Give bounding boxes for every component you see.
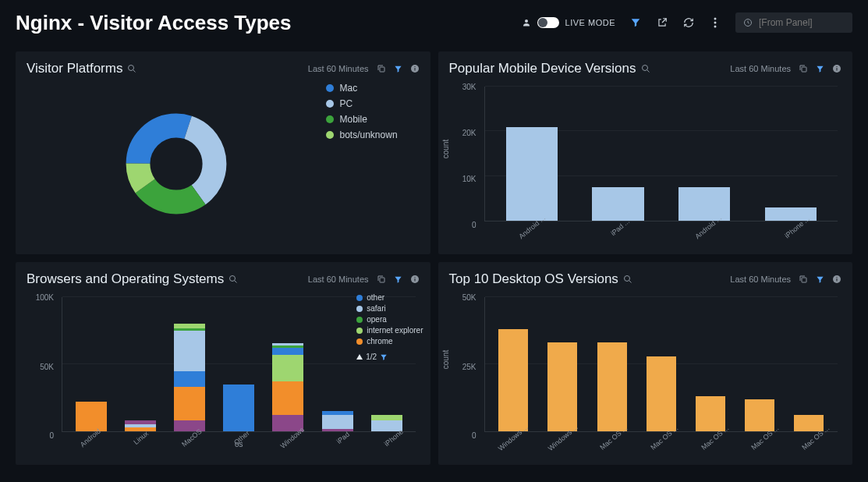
copy-icon[interactable] [377, 64, 386, 73]
copy-icon[interactable] [377, 275, 386, 284]
time-range-input[interactable] [735, 12, 852, 33]
time-range-label: Last 60 Minutes [730, 275, 791, 284]
svg-point-12 [642, 66, 647, 71]
svg-point-2 [714, 22, 717, 24]
svg-point-15 [230, 276, 236, 282]
svg-rect-16 [380, 278, 384, 282]
svg-rect-6 [380, 67, 384, 72]
filter-icon[interactable] [816, 275, 824, 284]
svg-point-18 [624, 276, 629, 282]
legend-item[interactable]: chrome [356, 337, 423, 346]
live-mode-toggle[interactable] [537, 17, 559, 28]
magnify-icon[interactable] [641, 64, 650, 73]
more-icon[interactable] [709, 16, 721, 29]
info-icon [832, 275, 841, 284]
donut-chart [27, 83, 326, 245]
info-icon[interactable] [410, 64, 420, 73]
time-range-label: Last 60 Minutes [308, 64, 369, 73]
legend-item[interactable]: Mobile [326, 114, 404, 125]
svg-point-5 [129, 66, 134, 71]
panel-browsers-os: Browsers and Operating Systems Last 60 M… [16, 262, 430, 465]
bar-chart: count 50K 25K 0 [449, 293, 842, 455]
svg-point-3 [714, 26, 717, 28]
svg-rect-13 [802, 67, 806, 72]
clock-icon [743, 18, 753, 27]
time-range-label: Last 60 Minutes [308, 275, 369, 284]
legend-item[interactable]: internet explorer [356, 326, 423, 335]
user-icon [522, 18, 531, 27]
panel-title-text: Top 10 Desktop OS Versions [449, 271, 618, 287]
info-icon[interactable] [832, 64, 841, 73]
y-axis-label: count [441, 350, 449, 369]
legend-item[interactable]: opera [356, 315, 423, 324]
time-range-field[interactable] [759, 17, 845, 28]
export-icon[interactable] [656, 16, 668, 29]
panel-mobile-devices: Popular Mobile Device Versions Last 60 M… [438, 51, 853, 254]
stacked-bar-chart: 100K 50K 0 os [27, 293, 420, 455]
magnify-icon[interactable] [127, 64, 136, 73]
panel-visitor-platforms: Visitor Platforms Last 60 Minutes [16, 51, 430, 254]
legend-item[interactable]: PC [326, 98, 404, 109]
copy-icon[interactable] [799, 275, 808, 284]
legend-item[interactable]: safari [356, 304, 423, 313]
filter-icon[interactable] [629, 16, 642, 29]
panel-title-text: Visitor Platforms [27, 61, 122, 76]
filter-icon[interactable] [394, 275, 402, 284]
panel-title-text: Browsers and Operating Systems [27, 271, 224, 287]
copy-icon[interactable] [799, 64, 808, 73]
page-indicator-text: 1/2 [366, 353, 377, 361]
time-range-label: Last 60 Minutes [730, 64, 791, 73]
page-title: Nginx - Visitor Access Types [16, 11, 292, 35]
legend-item[interactable]: Mac [326, 83, 404, 94]
magnify-icon[interactable] [623, 275, 632, 284]
page-prev-icon[interactable] [356, 354, 363, 360]
svg-rect-19 [802, 278, 806, 282]
svg-point-1 [714, 18, 717, 20]
legend: other safari opera internet explorer chr… [356, 293, 423, 361]
panel-title-text: Popular Mobile Device Versions [449, 61, 636, 76]
refresh-icon[interactable] [682, 16, 695, 29]
filter-icon[interactable] [394, 65, 402, 73]
svg-point-0 [525, 19, 528, 23]
panel-desktop-os: Top 10 Desktop OS Versions Last 60 Minut… [438, 262, 853, 465]
legend-item[interactable]: bots/unknown [326, 129, 404, 140]
legend-item[interactable]: other [356, 293, 423, 302]
filter-icon[interactable] [380, 353, 388, 361]
y-axis-label: count [441, 140, 449, 158]
legend: Mac PC Mobile bots/unknown [326, 83, 420, 245]
magnify-icon[interactable] [229, 275, 238, 284]
info-icon[interactable] [410, 275, 420, 284]
live-mode-label: LIVE MODE [565, 18, 615, 27]
bar-chart: count 30K 20K 10K 0 [449, 83, 842, 245]
filter-icon[interactable] [816, 65, 824, 73]
